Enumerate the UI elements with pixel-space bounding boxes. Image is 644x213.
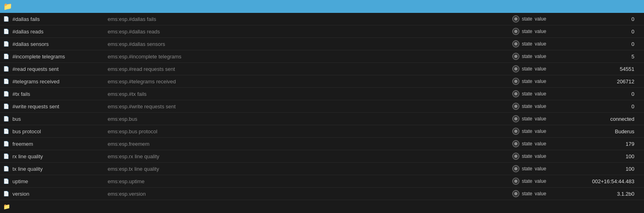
state-circle-inner	[514, 55, 517, 58]
state-circle-inner	[514, 180, 517, 183]
row-topic: ems:esp.bus protocol	[108, 128, 512, 134]
state-circle[interactable]	[512, 28, 519, 35]
row-topic: ems:esp.version	[108, 191, 512, 197]
row-name-col: 📄 rx line quality	[3, 153, 108, 159]
state-label: state	[522, 141, 532, 147]
row-topic: ems:esp.#write requests sent	[108, 103, 512, 110]
row-name-col: 📄 version	[3, 191, 108, 197]
row-name: #read requests sent	[12, 66, 59, 72]
row-value: 0	[560, 41, 641, 47]
row-value: 100	[560, 166, 641, 172]
row-badge-area[interactable]: state value	[512, 178, 560, 185]
state-circle[interactable]	[512, 190, 519, 197]
state-label: state	[522, 79, 532, 84]
state-label: state	[522, 116, 532, 122]
row-name-col: 📄 uptime	[3, 178, 108, 184]
row-name: #tx fails	[12, 91, 30, 97]
state-circle-inner	[514, 155, 517, 158]
table-row[interactable]: 📄 #dallas reads ems:esp.#dallas reads st…	[0, 25, 644, 38]
row-topic: ems:esp.tx line quality	[108, 166, 512, 172]
table-row[interactable]: 📄 #dallas sensors ems:esp.#dallas sensor…	[0, 38, 644, 50]
row-badge-area[interactable]: state value	[512, 90, 560, 97]
row-topic: ems:esp.bus	[108, 116, 512, 122]
row-name-col: 📄 bus	[3, 116, 108, 122]
row-name: bus protocol	[12, 128, 41, 134]
state-circle[interactable]	[512, 65, 519, 72]
row-badge-area[interactable]: state value	[512, 140, 560, 147]
value-label: value	[535, 54, 546, 59]
file-icon: 📄	[3, 153, 9, 159]
table-row[interactable]: 📄 #telegrams received ems:esp.#telegrams…	[0, 75, 644, 88]
table-row[interactable]: 📄 #dallas fails ems:esp.#dallas fails st…	[0, 13, 644, 25]
value-label: value	[535, 29, 546, 34]
row-value: 54551	[560, 66, 641, 72]
state-label: state	[522, 66, 532, 72]
row-badge-area[interactable]: state value	[512, 53, 560, 60]
value-label: value	[535, 141, 546, 147]
row-badge-area[interactable]: state value	[512, 40, 560, 48]
row-badge-area[interactable]: state value	[512, 28, 560, 35]
row-topic: ems:esp.#tx fails	[108, 91, 512, 97]
row-badge-area[interactable]: state value	[512, 78, 560, 85]
state-circle[interactable]	[512, 165, 519, 172]
file-icon: 📄	[3, 54, 9, 59]
row-name: tx line quality	[12, 166, 43, 172]
table-row[interactable]: 📄 bus ems:esp.bus state value connected	[0, 113, 644, 125]
state-circle[interactable]	[512, 153, 519, 160]
table-row[interactable]: 📄 #tx fails ems:esp.#tx fails state valu…	[0, 88, 644, 100]
row-badge-area[interactable]: state value	[512, 115, 560, 122]
folder-icon: 📁	[3, 2, 12, 11]
state-circle-inner	[514, 105, 517, 108]
state-circle[interactable]	[512, 90, 519, 97]
state-label: state	[522, 166, 532, 172]
state-circle[interactable]	[512, 40, 519, 48]
table-row[interactable]: 📄 tx line quality ems:esp.tx line qualit…	[0, 163, 644, 175]
table-row[interactable]: 📄 version ems:esp.version state value 3.…	[0, 188, 644, 200]
row-topic: ems:esp.freemem	[108, 141, 512, 147]
value-label: value	[535, 153, 546, 159]
row-value: 5	[560, 54, 641, 60]
state-circle[interactable]	[512, 78, 519, 85]
row-topic: ems:esp.uptime	[108, 178, 512, 184]
row-value: 002+16:54:44.483	[560, 178, 641, 184]
file-table: 📄 #dallas fails ems:esp.#dallas fails st…	[0, 13, 644, 200]
state-circle[interactable]	[512, 140, 519, 147]
row-badge-area[interactable]: state value	[512, 190, 560, 197]
file-icon: 📄	[3, 29, 9, 34]
row-badge-area[interactable]: state value	[512, 153, 560, 160]
file-icon: 📄	[3, 103, 9, 109]
table-row[interactable]: 📄 bus protocol ems:esp.bus protocol stat…	[0, 125, 644, 138]
row-value: 0	[560, 91, 641, 97]
state-circle[interactable]	[512, 128, 519, 135]
value-label: value	[535, 128, 546, 134]
table-row[interactable]: 📄 freemem ems:esp.freemem state value 17…	[0, 138, 644, 150]
row-name: #write requests sent	[12, 103, 59, 110]
row-name: #dallas reads	[12, 29, 43, 35]
row-badge-area[interactable]: state value	[512, 128, 560, 135]
row-name: version	[12, 191, 29, 197]
row-badge-area[interactable]: state value	[512, 15, 560, 23]
table-row[interactable]: 📄 rx line quality ems:esp.rx line qualit…	[0, 150, 644, 163]
footer-folder-row[interactable]: 📁	[0, 200, 644, 213]
state-label: state	[522, 29, 532, 34]
file-icon: 📄	[3, 41, 9, 47]
table-row[interactable]: 📄 #read requests sent ems:esp.#read requ…	[0, 63, 644, 75]
row-topic: ems:esp.#read requests sent	[108, 66, 512, 72]
state-circle[interactable]	[512, 103, 519, 110]
row-badge-area[interactable]: state value	[512, 65, 560, 72]
state-circle-inner	[514, 80, 517, 83]
state-circle[interactable]	[512, 115, 519, 122]
table-row[interactable]: 📄 #write requests sent ems:esp.#write re…	[0, 100, 644, 113]
state-circle[interactable]	[512, 53, 519, 60]
value-label: value	[535, 103, 546, 109]
state-label: state	[522, 16, 532, 22]
table-row[interactable]: 📄 #incomplete telegrams ems:esp.#incompl…	[0, 50, 644, 63]
state-circle[interactable]	[512, 15, 519, 23]
row-name: #dallas sensors	[12, 41, 49, 47]
row-badge-area[interactable]: state value	[512, 165, 560, 172]
row-name-col: 📄 freemem	[3, 141, 108, 147]
row-badge-area[interactable]: state value	[512, 103, 560, 110]
value-label: value	[535, 178, 546, 184]
table-row[interactable]: 📄 uptime ems:esp.uptime state value 002+…	[0, 175, 644, 188]
state-circle[interactable]	[512, 178, 519, 185]
